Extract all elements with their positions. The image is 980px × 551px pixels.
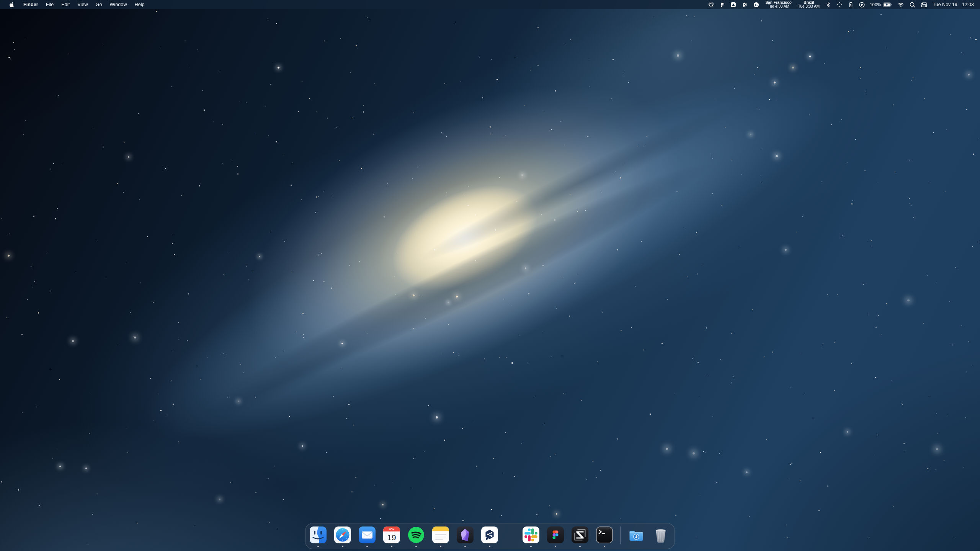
trash-icon bbox=[652, 526, 670, 544]
mail-icon bbox=[358, 526, 376, 544]
bluetooth-icon[interactable] bbox=[825, 0, 831, 9]
svg-text:19: 19 bbox=[387, 533, 396, 542]
figma-icon bbox=[547, 526, 564, 544]
menu-bar-clock[interactable]: Tue Nov 19 12:03 bbox=[933, 2, 974, 7]
dotted-circle-icon[interactable] bbox=[836, 0, 843, 9]
desktop: Finder File Edit View Go Window Help bbox=[0, 0, 980, 551]
notes-icon bbox=[432, 526, 449, 544]
running-indicator bbox=[366, 546, 368, 547]
menu-go[interactable]: Go bbox=[92, 0, 106, 9]
menu-help[interactable]: Help bbox=[131, 0, 149, 9]
wallpaper-galaxy bbox=[0, 0, 980, 551]
zed-icon bbox=[571, 526, 589, 544]
hexagon-chat-icon bbox=[481, 526, 498, 544]
dock-mail[interactable] bbox=[358, 526, 376, 544]
downloads-folder-icon bbox=[627, 526, 645, 544]
running-indicator bbox=[604, 546, 605, 547]
dock-slack[interactable] bbox=[522, 526, 540, 544]
dock-zed[interactable] bbox=[571, 526, 589, 544]
dock: NOV 19 bbox=[305, 523, 675, 549]
menu-finder[interactable]: Finder bbox=[20, 0, 42, 9]
running-indicator bbox=[579, 546, 581, 547]
svg-text:NOV: NOV bbox=[389, 528, 395, 531]
menu-view[interactable]: View bbox=[74, 0, 91, 9]
running-indicator bbox=[555, 546, 556, 547]
dock-notes[interactable] bbox=[432, 526, 449, 544]
dock-hexagon-chat[interactable] bbox=[481, 526, 498, 544]
control-center-icon[interactable] bbox=[920, 0, 928, 9]
running-indicator bbox=[415, 546, 417, 547]
calendar-icon: NOV 19 bbox=[383, 526, 400, 544]
terminal-icon bbox=[596, 526, 613, 544]
finder-icon bbox=[309, 526, 327, 544]
spotify-icon bbox=[407, 526, 425, 544]
running-indicator bbox=[391, 546, 392, 547]
g-circle-menu-icon[interactable]: G bbox=[753, 0, 760, 9]
dock-spacer bbox=[505, 527, 515, 545]
now-playing-icon[interactable] bbox=[858, 0, 866, 9]
world-clock-brazil[interactable]: Brazil Tue 8:03 AM bbox=[797, 1, 821, 9]
dock-downloads-folder[interactable] bbox=[627, 526, 645, 544]
dock-calendar[interactable]: NOV 19 bbox=[383, 526, 400, 544]
clock-time-label: Tue 8:03 AM bbox=[798, 5, 820, 9]
triangle-square-menu-icon[interactable] bbox=[730, 0, 737, 9]
menu-bar: Finder File Edit View Go Window Help bbox=[0, 0, 980, 9]
running-indicator bbox=[530, 546, 532, 547]
slack-icon bbox=[522, 526, 540, 544]
iphone-mirroring-icon[interactable] bbox=[848, 0, 854, 9]
dock-divider bbox=[620, 526, 621, 544]
wifi-icon[interactable] bbox=[897, 0, 905, 9]
obsidian-icon bbox=[456, 526, 474, 544]
dock-terminal[interactable] bbox=[596, 526, 613, 544]
time-label: 12:03 bbox=[962, 2, 974, 7]
figma-menu-icon[interactable] bbox=[719, 0, 725, 9]
world-clock-san-francisco[interactable]: San Francisco Tue 4:03 AM bbox=[764, 1, 792, 9]
running-indicator bbox=[489, 546, 490, 547]
menu-file[interactable]: File bbox=[42, 0, 58, 9]
hexagon-chat-menu-icon[interactable] bbox=[741, 0, 748, 9]
running-indicator bbox=[342, 546, 343, 547]
menu-bar-left: Finder File Edit View Go Window Help bbox=[0, 0, 149, 9]
dock-safari[interactable] bbox=[334, 526, 351, 544]
running-indicator bbox=[440, 546, 441, 547]
starfield bbox=[0, 0, 980, 551]
running-indicator bbox=[464, 546, 466, 547]
flower-menu-icon[interactable] bbox=[707, 0, 715, 9]
battery-percent-label: 100% bbox=[870, 2, 881, 7]
running-indicator bbox=[317, 546, 319, 547]
dock-figma[interactable] bbox=[547, 526, 564, 544]
spotlight-search-icon[interactable] bbox=[909, 0, 916, 9]
clock-time-label: Tue 4:03 AM bbox=[768, 5, 789, 9]
dock-finder[interactable] bbox=[309, 526, 327, 544]
menu-bar-right: G San Francisco Tue 4:03 AM Brazil Tue 8… bbox=[707, 0, 980, 9]
battery-charging-icon bbox=[883, 1, 893, 8]
apple-logo-icon[interactable] bbox=[7, 2, 16, 8]
menu-window[interactable]: Window bbox=[106, 0, 131, 9]
menu-edit[interactable]: Edit bbox=[57, 0, 74, 9]
battery-status[interactable]: 100% bbox=[870, 1, 892, 8]
dock-obsidian[interactable] bbox=[456, 526, 474, 544]
svg-text:G: G bbox=[755, 2, 758, 7]
dock-spotify[interactable] bbox=[407, 526, 425, 544]
safari-icon bbox=[334, 526, 351, 544]
date-label: Tue Nov 19 bbox=[933, 2, 957, 7]
dock-trash[interactable] bbox=[652, 526, 670, 544]
